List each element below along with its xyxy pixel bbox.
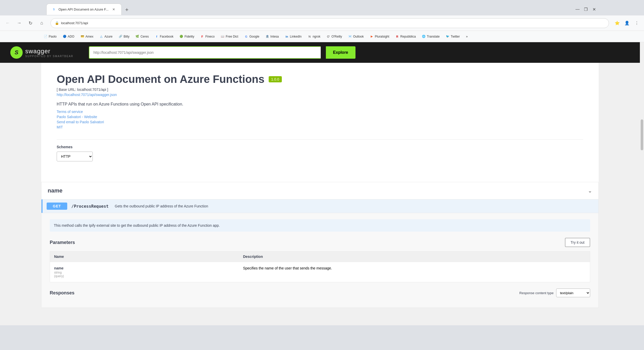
minimize-button[interactable]: — [574,6,581,13]
param-desc-cell: Specifies the name of the user that send… [239,262,590,282]
bookmark-pluralsight-label: Pluralsight [375,35,389,38]
bookmark-azure[interactable]: △ Azure [97,33,115,40]
bookmark-google-label: Google [249,35,259,38]
swagger-s-letter: S [15,49,19,56]
active-tab[interactable]: S Open API Document on Azure F... ✕ [46,4,122,15]
responses-section: Responses Response content type text/pla… [50,288,590,297]
endpoint-summary: Gets the outbound public IP address of t… [115,204,208,208]
try-it-out-button[interactable]: Try it out [565,238,590,247]
bookmark-outlook-label: Outlook [353,35,364,38]
scrollbar-thumb[interactable] [641,119,643,150]
bookmark-pluralsight-icon: ▶ [370,35,374,38]
responses-title: Responses [50,290,74,296]
swagger-search-input[interactable] [89,46,321,59]
bookmark-azure-label: Azure [104,35,112,38]
section-header[interactable]: name ⌄ [41,182,598,199]
bookmark-amex-icon: 💳 [81,35,84,38]
address-bar[interactable]: 🔒 localhost:7071/api [50,18,609,28]
home-button[interactable]: ⌂ [37,19,46,28]
endpoint-get-processrequest[interactable]: GET /ProcessRequest Gets the outbound pu… [41,199,598,213]
api-title: Open API Document on Azure Functions 1.0… [57,73,583,85]
profile-icon[interactable]: 👤 [623,19,631,27]
bookmark-outlook[interactable]: 📧 Outlook [346,33,366,40]
bookmark-translate[interactable]: 🌐 Translate [419,33,442,40]
api-links: Terms of service Paolo Salvatori - Websi… [57,110,583,129]
bookmark-ado[interactable]: 🔵 ADO [60,33,77,40]
bookmark-paolo[interactable]: 📄 Paolo [41,33,59,40]
swagger-json-link[interactable]: http://localhost:7071/api/swagger.json [57,93,117,97]
bookmark-linkedin[interactable]: in LinkedIn [282,33,304,40]
bookmark-amex[interactable]: 💳 Amex [78,33,96,40]
param-name-cell: name string (query) [50,262,239,282]
bookmarks-more[interactable]: » [463,33,470,40]
params-table: Name Description name string [50,251,590,282]
bookmark-fidelity-icon: 🟢 [180,35,183,38]
bookmark-linkedin-icon: in [285,35,289,38]
terms-link[interactable]: Terms of service [57,110,583,114]
maximize-button[interactable]: ❐ [582,6,589,13]
bookmark-ngrok[interactable]: N ngrok [305,33,323,40]
browser-actions: ⭐ 👤 ⋮ [613,19,641,27]
bookmark-ceres[interactable]: 🌿 Ceres [133,33,151,40]
back-button[interactable]: ← [3,19,12,28]
bookmark-freedict[interactable]: 📖 Free Dict [218,33,241,40]
bookmark-intesa-label: Intesa [270,35,279,38]
method-badge-get: GET [47,203,67,210]
lock-icon: 🔒 [55,21,59,25]
param-name-text: name [54,266,64,270]
bookmark-fineco[interactable]: F Fineco [198,33,217,40]
api-version-badge: 1.0.0 [269,76,282,82]
bookmark-ceres-icon: 🌿 [135,35,139,38]
bookmark-repubblica[interactable]: R Repubblica [393,33,418,40]
menu-icon[interactable]: ⋮ [633,19,641,27]
bookmark-fidelity[interactable]: 🟢 Fidelity [177,33,197,40]
schemes-section: Schemes HTTP HTTPS [57,139,583,161]
forward-button[interactable]: → [14,19,24,28]
reload-button[interactable]: ↻ [26,19,35,28]
bookmark-twitter[interactable]: 🐦 Twitter [443,33,462,40]
bookmark-ado-label: ADO [68,35,74,38]
bookmark-google-icon: G [244,35,248,38]
params-table-header-row: Name Description [50,251,590,262]
swagger-body: Open API Document on Azure Functions 1.0… [41,63,599,182]
bookmark-ngrok-icon: N [308,35,311,38]
title-bar: S Open API Document on Azure F... ✕ + — … [0,0,644,15]
bookmark-bitly[interactable]: 🔗 Bitly [116,33,132,40]
responses-header: Responses Response content type text/pla… [50,288,590,297]
extensions-icon[interactable]: ⭐ [613,19,621,27]
bookmark-ngrok-label: ngrok [313,35,320,38]
license-link[interactable]: MIT [57,125,583,129]
bookmark-paolo-icon: 📄 [44,35,47,38]
bookmark-google[interactable]: G Google [242,33,262,40]
bookmark-fidelity-label: Fidelity [184,35,194,38]
col-desc-header: Description [239,251,590,262]
params-header: Parameters Try it out [50,238,590,247]
section-title: name [48,187,62,194]
swagger-search-container [89,46,321,59]
params-title: Parameters [50,240,75,245]
scheme-select[interactable]: HTTP HTTPS [57,152,93,161]
bookmark-twitter-label: Twitter [451,35,460,38]
website-link[interactable]: Paolo Salvatori - Website [57,115,583,119]
new-tab-button[interactable]: + [122,5,132,15]
bookmark-amex-label: Amex [86,35,94,38]
bookmark-translate-label: Translate [427,35,440,38]
response-content-type-select[interactable]: text/plain application/json [556,288,590,297]
bookmark-paolo-label: Paolo [49,35,57,38]
address-text: localhost:7071/api [61,21,88,25]
tab-close-button[interactable]: ✕ [111,7,116,12]
bookmark-pluralsight[interactable]: ▶ Pluralsight [367,33,392,40]
bookmark-intesa[interactable]: 🏦 Intesa [263,33,282,40]
param-row-name: name string (query) Specifies the name o… [50,262,590,282]
explore-button[interactable]: Explore [326,46,355,59]
bookmark-facebook[interactable]: f Facebook [152,33,176,40]
bookmark-oreilly[interactable]: O' O'Reilly [324,33,345,40]
bookmark-repubblica-label: Repubblica [400,35,416,38]
scrollbar[interactable] [640,42,644,325]
tab-favicon: S [52,7,56,12]
bookmark-linkedin-label: LinkedIn [290,35,301,38]
api-title-text: Open API Document on Azure Functions [57,73,265,85]
close-button[interactable]: ✕ [590,6,598,13]
endpoint-description: This method calls the Ipify external sit… [50,219,590,232]
email-link[interactable]: Send email to Paolo Salvatori [57,120,583,124]
